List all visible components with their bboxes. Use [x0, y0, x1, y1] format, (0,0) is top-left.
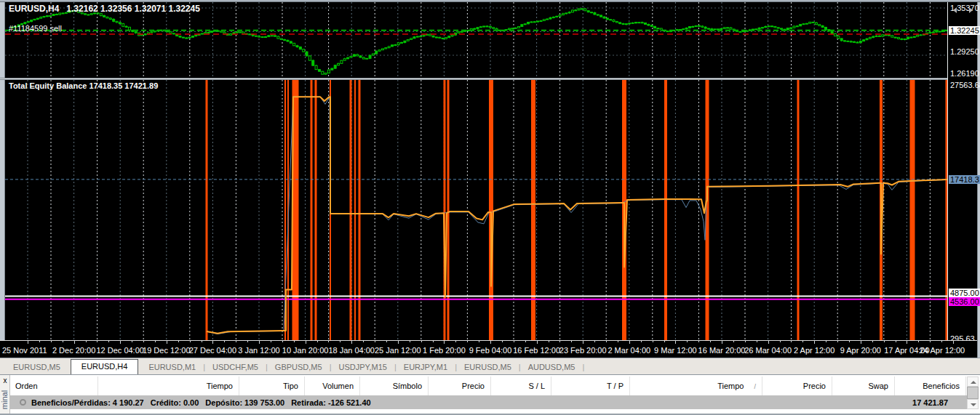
chart-tab-eurjpy-m1[interactable]: EURJPY,M1: [397, 360, 455, 374]
equity-level-tag: 4536.00: [949, 297, 980, 306]
time-minor-tick: [918, 341, 919, 342]
price-tick-label: 1.29250: [950, 47, 979, 56]
time-major-tick: [861, 341, 861, 344]
time-minor-tick: [780, 341, 781, 342]
time-major-tick: [74, 341, 75, 344]
time-minor-tick: [108, 341, 109, 342]
price-tick-label: 1.26190: [950, 69, 979, 78]
account-summary-row[interactable]: Beneficios/Pérdidas: 4 190.27 Crédito: 0…: [10, 395, 967, 409]
time-minor-tick: [294, 341, 295, 342]
equity-tick-label: 27563.68: [950, 81, 980, 89]
chart-tab-eurusd-m1[interactable]: EURUSD,M1: [141, 360, 203, 374]
column-header-tipo[interactable]: Tipo: [239, 376, 305, 395]
summary-status-icon: [20, 399, 26, 406]
time-major-tick: [953, 341, 954, 344]
chart-tab-eurusd-h4[interactable]: EURUSD,H4: [71, 359, 139, 374]
time-minor-tick: [559, 341, 560, 342]
chart-tab-eurusd-m5[interactable]: EURUSD,M5: [457, 360, 519, 374]
time-axis-label: 26 Mar 04:00: [744, 346, 792, 355]
time-minor-tick: [317, 341, 318, 342]
time-minor-tick: [202, 341, 202, 342]
chart-tab-usdchf-m5[interactable]: USDCHF,M5: [205, 360, 266, 374]
time-minor-tick: [849, 341, 850, 342]
time-minor-tick: [178, 341, 179, 342]
chart-tab-audusd-m5[interactable]: AUDUSD,M5: [521, 360, 583, 374]
column-header-precio[interactable]: Precio: [429, 376, 491, 395]
terminal-close-button[interactable]: x: [1, 376, 9, 385]
column-header-tiempo[interactable]: Tiempo: [98, 376, 239, 395]
column-header-precio[interactable]: Precio: [762, 376, 832, 395]
equity-chart-canvas[interactable]: [5, 80, 947, 340]
time-axis-label: 1 Feb 20:00: [423, 346, 466, 355]
time-major-tick: [28, 341, 28, 344]
time-minor-tick: [664, 341, 665, 342]
time-minor-tick: [514, 341, 514, 342]
column-header-volumen[interactable]: Volumen: [305, 376, 360, 395]
time-minor-tick: [143, 341, 144, 342]
time-major-tick: [722, 341, 722, 344]
time-major-tick: [306, 341, 306, 344]
time-minor-tick: [479, 341, 479, 342]
time-minor-tick: [594, 341, 595, 342]
terminal-scrollbar[interactable]: [967, 376, 979, 409]
chart-tab-usdjpy-m15[interactable]: USDJPY,M15: [332, 360, 394, 374]
chart-tab-bar: EURUSD,M5EURUSD,H4EURUSD,M1|USDCHF,M5|GB…: [0, 358, 980, 374]
chart-tab-eurusd-m5[interactable]: EURUSD,M5: [6, 360, 68, 374]
time-minor-tick: [363, 341, 364, 342]
time-minor-tick: [525, 341, 526, 342]
column-header-t-p[interactable]: T / P: [551, 376, 630, 395]
time-minor-tick: [328, 341, 329, 342]
time-minor-tick: [236, 341, 236, 342]
column-header-s-l[interactable]: S / L: [491, 376, 551, 395]
time-minor-tick: [410, 341, 410, 342]
time-axis-label: 27 Dec 04:00: [189, 346, 236, 355]
current-price-tag: 1.32245: [949, 26, 980, 35]
time-axis-label: 3 Jan 12:00: [238, 346, 280, 355]
chart-tab-gbpusd-m5[interactable]: GBPUSD,M5: [268, 360, 330, 374]
time-minor-tick: [606, 341, 607, 342]
time-axis-label: 2 Apr 12:00: [794, 346, 834, 355]
scroll-up-icon[interactable]: [967, 376, 979, 387]
time-minor-tick: [826, 341, 826, 342]
time-minor-tick: [698, 341, 699, 342]
column-header-tiempo[interactable]: Tiempo/: [630, 376, 762, 395]
equity-indicator-pane[interactable]: Total Equity Balance 17418.35 17421.89: [5, 80, 947, 340]
time-minor-tick: [733, 341, 734, 342]
time-axis-label: 9 Feb 04:00: [469, 346, 512, 355]
open-order-label: #11184599 sell: [9, 24, 62, 33]
time-axis-label: 16 Feb 12:00: [513, 346, 560, 355]
terminal-panel: x minal OrdenTiempoTipoVolumenSímboloPre…: [0, 374, 980, 415]
column-header-orden[interactable]: Orden: [10, 376, 98, 395]
time-major-tick: [120, 341, 121, 344]
time-minor-tick: [63, 341, 63, 342]
column-header-s-mbolo[interactable]: Símbolo: [360, 376, 429, 395]
time-axis-label: 2 Mar 04:00: [607, 346, 650, 355]
tab-scroll-right-icon[interactable]: [969, 7, 973, 13]
terminal-tab-label[interactable]: minal: [0, 385, 9, 414]
time-minor-tick: [941, 341, 942, 342]
time-minor-tick: [837, 341, 838, 342]
tab-scroll-left-icon[interactable]: [953, 7, 957, 13]
time-major-tick: [675, 341, 676, 344]
time-axis-label: 18 Jan 04:00: [328, 346, 375, 355]
time-major-tick: [167, 341, 167, 344]
time-minor-tick: [271, 341, 271, 342]
time-minor-tick: [745, 341, 746, 342]
time-minor-tick: [224, 341, 225, 342]
time-minor-tick: [872, 341, 873, 342]
current-equity-tag: 17418.3: [949, 175, 980, 184]
time-major-tick: [537, 341, 538, 344]
column-header-swap[interactable]: Swap: [832, 376, 895, 395]
time-major-tick: [814, 341, 815, 344]
window-left-border: [0, 2, 5, 358]
scrollbar-thumb[interactable]: [967, 387, 979, 399]
summary-profit-loss: Beneficios/Pérdidas: 4 190.27: [31, 398, 144, 407]
scroll-down-icon[interactable]: [967, 399, 979, 409]
time-minor-tick: [618, 341, 618, 342]
price-chart-pane[interactable]: EURUSD,H4 1.32162 1.32356 1.32071 1.3224…: [5, 2, 947, 78]
price-pane-title: EURUSD,H4 1.32162 1.32356 1.32071 1.3224…: [9, 4, 200, 14]
time-axis-label: 9 Apr 20:00: [840, 346, 881, 355]
time-major-tick: [629, 341, 630, 344]
time-minor-tick: [653, 341, 653, 342]
column-header-beneficios[interactable]: Beneficios: [895, 376, 966, 395]
